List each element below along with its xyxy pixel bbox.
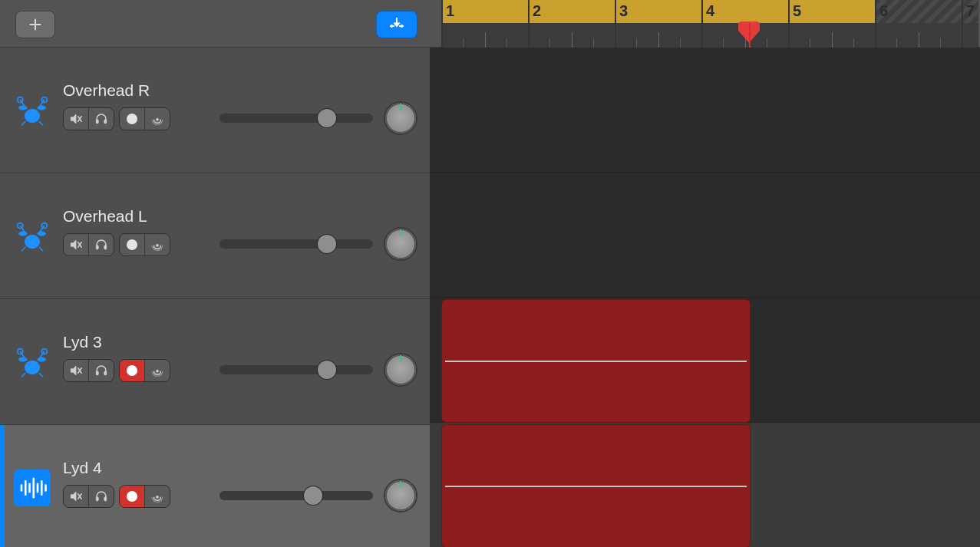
arrangement-lanes[interactable] xyxy=(430,48,980,547)
track-controls xyxy=(63,485,170,508)
svg-marker-4 xyxy=(401,25,404,28)
track-header[interactable]: Overhead R xyxy=(0,48,430,173)
mute-button[interactable] xyxy=(64,360,89,381)
input-monitor-button[interactable] xyxy=(145,486,170,507)
track-controls xyxy=(63,233,170,256)
track-name[interactable]: Overhead L xyxy=(63,207,147,226)
input-monitor-button[interactable] xyxy=(145,360,170,381)
drum-track-icon[interactable] xyxy=(14,218,51,255)
mute-button[interactable] xyxy=(64,486,89,507)
ruler-tick xyxy=(919,32,919,48)
bar-label: 5 xyxy=(793,2,801,20)
ruler-tick xyxy=(549,38,550,48)
pan-knob[interactable] xyxy=(385,480,416,511)
bar-label: 4 xyxy=(706,2,714,20)
audio-track-icon[interactable] xyxy=(14,470,51,506)
bar-label: 7 xyxy=(966,2,975,20)
drum-track-icon[interactable] xyxy=(14,344,51,381)
track-name[interactable]: Lyd 4 xyxy=(63,459,102,477)
ruler-tick xyxy=(767,38,767,48)
timeline-ruler[interactable]: 1234567 xyxy=(441,0,978,48)
track-header[interactable]: Lyd 3 xyxy=(0,299,430,425)
record-enable-button[interactable] xyxy=(120,234,145,255)
bar-line xyxy=(875,0,876,48)
ruler-tick xyxy=(572,32,572,48)
audio-region[interactable] xyxy=(441,424,751,547)
ruler-tick xyxy=(896,38,897,48)
bar-label: 2 xyxy=(533,2,541,20)
svg-marker-2 xyxy=(394,23,400,27)
record-enable-button[interactable] xyxy=(120,108,145,130)
svg-marker-3 xyxy=(390,25,392,28)
track-name[interactable]: Lyd 3 xyxy=(63,333,102,351)
pan-knob[interactable] xyxy=(385,354,416,385)
track-name[interactable]: Overhead R xyxy=(63,81,150,100)
input-monitor-button[interactable] xyxy=(145,108,170,130)
add-track-button[interactable] xyxy=(15,11,55,38)
bar-line xyxy=(701,0,703,48)
ruler-tick xyxy=(832,32,833,48)
mute-button[interactable] xyxy=(64,108,89,130)
ruler-tick xyxy=(745,32,746,48)
track-headers-panel: Overhead R Overhead L xyxy=(0,48,430,547)
track-lane[interactable] xyxy=(430,48,980,173)
volume-slider[interactable] xyxy=(219,109,373,127)
catch-playhead-button[interactable] xyxy=(376,11,417,38)
app-root: 1234567 Overhead R xyxy=(0,0,980,547)
bar-label: 6 xyxy=(879,2,888,20)
solo-headphones-button[interactable] xyxy=(89,108,114,130)
pan-knob[interactable] xyxy=(385,103,416,133)
ruler-tick xyxy=(636,38,637,48)
bar-line xyxy=(962,0,963,48)
volume-slider[interactable] xyxy=(219,235,373,253)
mute-button[interactable] xyxy=(64,234,89,255)
track-lane[interactable] xyxy=(430,173,980,298)
ruler-tick xyxy=(463,38,464,48)
bar-label: 1 xyxy=(446,2,454,20)
bar-line xyxy=(441,0,443,48)
ruler-tick xyxy=(593,38,594,48)
solo-headphones-button[interactable] xyxy=(89,486,114,507)
record-dot-icon xyxy=(127,239,137,250)
volume-slider[interactable] xyxy=(219,486,373,505)
catch-playhead-icon xyxy=(388,15,406,34)
selection-strip xyxy=(0,425,5,547)
ruler-tick xyxy=(658,32,659,48)
solo-headphones-button[interactable] xyxy=(89,360,114,381)
audio-region[interactable] xyxy=(441,299,751,423)
record-dot-icon xyxy=(127,114,137,124)
ruler-tick xyxy=(723,38,724,48)
ruler-tick xyxy=(810,38,810,48)
bar-line xyxy=(528,0,530,48)
plus-icon xyxy=(27,16,44,33)
bar-line xyxy=(788,0,790,48)
record-enable-button[interactable] xyxy=(120,360,145,381)
drum-track-icon[interactable] xyxy=(14,92,51,129)
record-enable-button[interactable] xyxy=(120,486,145,507)
input-monitor-button[interactable] xyxy=(145,234,170,255)
solo-headphones-button[interactable] xyxy=(89,234,114,255)
volume-slider[interactable] xyxy=(219,361,373,379)
track-header[interactable]: Overhead L xyxy=(0,173,430,299)
record-dot-icon xyxy=(127,365,137,376)
ruler-tick xyxy=(680,38,681,48)
bar-line xyxy=(615,0,616,48)
record-dot-icon xyxy=(127,491,137,502)
track-controls xyxy=(63,107,170,130)
ruler-tick xyxy=(506,38,507,48)
bar-label: 3 xyxy=(619,2,628,20)
pan-knob[interactable] xyxy=(385,229,416,259)
track-controls xyxy=(63,359,170,382)
ruler-ticks xyxy=(441,23,978,48)
ruler-tick xyxy=(485,32,486,48)
track-header[interactable]: Lyd 4 xyxy=(0,425,430,547)
waveform-placeholder xyxy=(445,361,747,362)
waveform-placeholder xyxy=(445,486,747,487)
ruler-tick xyxy=(940,38,941,48)
ruler-tick xyxy=(853,38,854,48)
